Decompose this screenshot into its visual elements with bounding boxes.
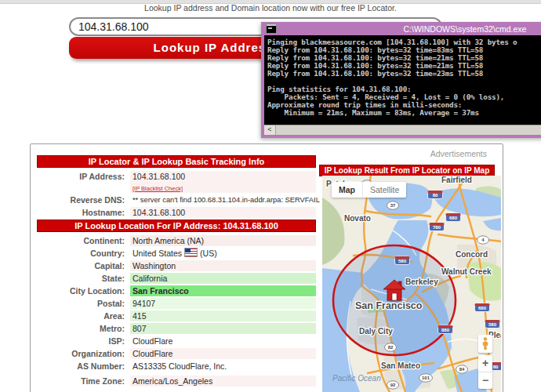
svg-text:82: 82 xyxy=(388,345,394,350)
row-label: Capital: xyxy=(37,260,130,271)
advertisements-label: Advertisements xyxy=(430,149,487,158)
svg-text:680: 680 xyxy=(478,306,487,310)
cmd-horizontal-scrollbar[interactable]: < xyxy=(264,125,541,135)
row-label: City Location: xyxy=(37,285,130,296)
basic-rows: IP Address:104.31.68.100[IP Blacklist Ch… xyxy=(37,171,316,218)
route-shield: 580 xyxy=(395,256,410,265)
row-value: CloudFlare xyxy=(130,348,316,359)
scroll-left-button[interactable]: < xyxy=(264,125,276,135)
row-value: San Francisco xyxy=(130,285,316,296)
row-label: Reverse DNS: xyxy=(37,194,130,205)
location-header: IP Lookup Location For IP Address: 104.3… xyxy=(37,220,316,232)
location-rows: Continent:North America (NA)Country:Unit… xyxy=(37,235,316,387)
table-row: ISP:CloudFlare xyxy=(37,336,316,347)
row-value: CloudFlare xyxy=(130,336,316,347)
cmd-icon xyxy=(266,24,277,34)
row-label: Metro: xyxy=(37,323,130,334)
satellite-view-button[interactable]: Satellite xyxy=(362,182,406,198)
table-row: Continent:North America (NA) xyxy=(37,235,316,246)
row-value: Washington xyxy=(130,260,316,271)
svg-text:80: 80 xyxy=(493,365,499,369)
map-label: Novato xyxy=(344,214,371,223)
map-label: Walnut Creek xyxy=(441,267,492,276)
route-shield: 80 xyxy=(428,191,443,199)
zoom-out-button[interactable]: − xyxy=(478,372,492,389)
svg-text:780: 780 xyxy=(433,225,441,230)
cmd-console: Pinging blackmesasource.com [104.31.68.1… xyxy=(264,35,541,135)
street-view-pegman-button[interactable] xyxy=(478,335,492,353)
row-label: Continent: xyxy=(37,235,130,246)
row-label: Postal: xyxy=(37,298,130,309)
table-row: AS Number:AS13335 CloudFlare, Inc. xyxy=(37,361,316,372)
route-shield: 37 xyxy=(387,201,399,209)
table-row: Capital:Washington xyxy=(37,260,316,271)
console-line: Reply from 104.31.68.100: bytes=32 time=… xyxy=(267,70,541,78)
route-shield: 101 xyxy=(419,374,433,382)
map-canvas[interactable]: 1163748292841018068078058088068058080 Pe… xyxy=(322,176,501,392)
map-view-button[interactable]: Map xyxy=(332,182,362,198)
table-row: Time Zone:America/Los_Angeles xyxy=(37,376,316,387)
row-label: Organization: xyxy=(37,348,130,359)
svg-text:580: 580 xyxy=(488,322,497,327)
row-label: Time Zone: xyxy=(37,376,130,387)
ip-locator-page: Lookup IP address and Domain location no… xyxy=(0,0,541,392)
row-value: United States(US) xyxy=(130,248,316,259)
row-label: IP Address: xyxy=(37,171,130,193)
svg-text:84: 84 xyxy=(459,367,465,372)
zoom-in-button[interactable]: + xyxy=(478,355,492,372)
results-panel: IP Locator & IP Lookup Basic Tracking In… xyxy=(30,143,503,392)
map-label: San Mateo xyxy=(381,361,420,370)
page-tagline: Lookup IP address and Domain location no… xyxy=(0,3,541,13)
row-value: California xyxy=(130,273,316,284)
route-shield: 780 xyxy=(430,223,445,231)
route-shield: 880 xyxy=(438,325,453,334)
table-row: Organization:CloudFlare xyxy=(37,348,316,359)
row-value: 104.31.68.100[IP Blacklist Check] xyxy=(130,171,316,193)
route-shield: 84 xyxy=(456,365,468,373)
map-type-control: Map Satellite xyxy=(332,182,406,198)
table-row: State:California xyxy=(37,273,316,284)
row-label: Area: xyxy=(37,310,130,321)
map-label: Concord xyxy=(456,250,488,259)
map-zoom-control: + − xyxy=(478,355,492,389)
map-result-header: IP Lookup Result From IP Locator on IP M… xyxy=(319,165,495,176)
map-label: Berkeley xyxy=(405,278,438,286)
row-label: Country: xyxy=(37,248,130,259)
cmd-window-title: C:\WINDOWS\system32\cmd.exe xyxy=(281,24,541,34)
cmd-window: C:\WINDOWS\system32\cmd.exe Pinging blac… xyxy=(261,22,541,138)
table-row: Metro:807 xyxy=(37,323,316,334)
row-value: America/Los_Angeles xyxy=(130,376,316,387)
map-label: Daly City xyxy=(359,327,393,336)
tracking-info-table: IP Locator & IP Lookup Basic Tracking In… xyxy=(37,155,316,388)
row-value: 415 xyxy=(130,310,316,321)
scrollbar-track[interactable] xyxy=(276,125,541,135)
row-value: 94107 xyxy=(130,298,316,309)
svg-text:101: 101 xyxy=(422,376,430,380)
us-flag-icon xyxy=(184,248,198,257)
row-value: 104.31.68.100 xyxy=(130,207,316,218)
route-shield: 82 xyxy=(385,343,397,351)
svg-text:580: 580 xyxy=(398,259,407,263)
table-row: Area:415 xyxy=(37,310,316,321)
table-row: City Location:San Francisco xyxy=(37,285,316,296)
svg-text:880: 880 xyxy=(441,328,450,332)
row-label: Hostname: xyxy=(37,207,130,218)
table-row: IP Address:104.31.68.100[IP Blacklist Ch… xyxy=(37,171,316,193)
svg-text:37: 37 xyxy=(390,203,396,208)
basic-info-header: IP Locator & IP Lookup Basic Tracking In… xyxy=(37,155,316,168)
blacklist-check-link[interactable]: [IP Blacklist Check] xyxy=(133,185,183,192)
console-line: Minimum = 21ms, Maximum = 83ms, Average … xyxy=(267,109,541,117)
row-value: North America (NA) xyxy=(130,235,316,246)
table-row: Postal:94107 xyxy=(37,298,316,309)
svg-text:680: 680 xyxy=(449,216,458,220)
route-shield: 680 xyxy=(475,303,490,312)
row-label: ISP: xyxy=(37,336,130,347)
ip-location-map: 1163748292841018068078058088068058080 Pe… xyxy=(322,176,501,392)
map-label: Fairfield xyxy=(441,176,472,184)
row-label: AS Number: xyxy=(37,361,130,372)
svg-text:92: 92 xyxy=(390,383,396,387)
row-value: 807 xyxy=(130,323,316,334)
row-value: AS13335 CloudFlare, Inc. xyxy=(130,361,316,372)
cmd-titlebar[interactable]: C:\WINDOWS\system32\cmd.exe xyxy=(261,22,541,35)
route-shield: 680 xyxy=(446,213,461,222)
